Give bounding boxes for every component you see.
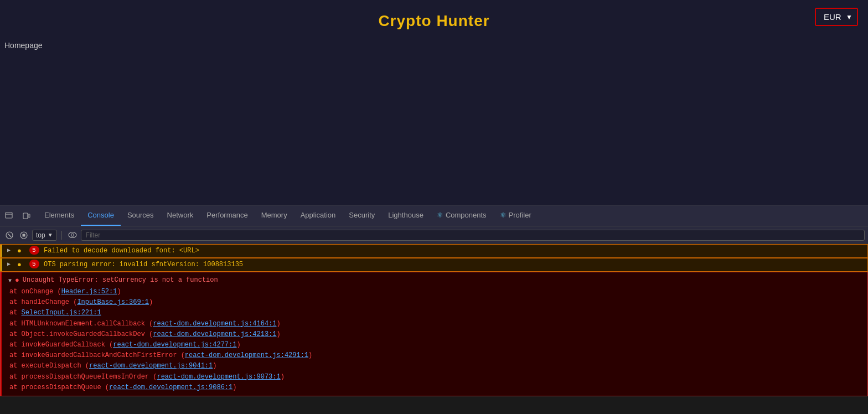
warning-icon-2: ●: [15, 260, 24, 269]
error-icon: ●: [15, 276, 19, 284]
devtools-panel: Elements Console Sources Network Perform…: [0, 205, 868, 414]
warning-count-2: 5: [29, 260, 39, 268]
stack-line-10: at processDispatchQueue (react-dom.devel…: [5, 382, 865, 393]
stack-link-3[interactable]: SelectInput.js:221:1: [22, 309, 101, 317]
app-area: Crypto Hunter Homepage USD EUR GBP INR ▼: [0, 0, 868, 205]
stack-line-5: at Object.invokeGuardedCallbackDev (reac…: [5, 329, 865, 340]
stack-line-7: at invokeGuardedCallbackAndCatchFirstErr…: [5, 350, 865, 361]
stack-line-6: at invokeGuardedCallback (react-dom.deve…: [5, 340, 865, 350]
app-title: Crypto Hunter: [378, 12, 489, 30]
svg-point-8: [69, 232, 76, 238]
warning-msg-text-2: OTS parsing error: invalid sfntVersion: …: [44, 260, 865, 270]
stack-link-9[interactable]: react-dom.development.js:9073:1: [157, 373, 280, 381]
separator: [61, 231, 62, 240]
console-toolbar: top ▼: [0, 226, 868, 244]
tab-elements[interactable]: Elements: [38, 205, 81, 226]
tab-console[interactable]: Console: [81, 205, 121, 226]
svg-rect-2: [23, 213, 28, 219]
console-msg-warning-2: ▶ ● 5 OTS parsing error: invalid sfntVer…: [0, 258, 868, 272]
tab-memory[interactable]: Memory: [255, 205, 294, 226]
svg-rect-3: [28, 214, 30, 218]
homepage-link[interactable]: Homepage: [0, 39, 47, 52]
clear-console-icon[interactable]: [3, 229, 16, 241]
stack-line-3: at SelectInput.js:221:1: [5, 308, 865, 318]
svg-rect-0: [6, 213, 12, 218]
console-filter-input[interactable]: [81, 230, 865, 241]
eye-icon[interactable]: [66, 229, 79, 241]
stack-link-4[interactable]: react-dom.development.js:4164:1: [153, 320, 276, 328]
currency-select-wrapper[interactable]: USD EUR GBP INR ▼: [815, 8, 858, 26]
tab-performance[interactable]: Performance: [200, 205, 254, 226]
expand-icon-1[interactable]: ▶: [5, 246, 13, 254]
stack-link-7[interactable]: react-dom.development.js:4291:1: [185, 351, 308, 359]
devtools-toolbar: Elements Console Sources Network Perform…: [0, 205, 868, 226]
currency-select[interactable]: USD EUR GBP INR: [816, 9, 857, 25]
error-main-text: Uncaught TypeError: setCurrency is not a…: [23, 276, 218, 284]
top-context-dropdown[interactable]: top ▼: [32, 230, 57, 241]
console-messages: ▶ ● 5 Failed to decode downloaded font: …: [0, 244, 868, 414]
tab-sources[interactable]: Sources: [121, 205, 161, 226]
stack-line-1: at onChange (Header.js:52:1): [5, 287, 865, 297]
stack-line-4: at HTMLUnknownElement.callCallback (reac…: [5, 319, 865, 329]
inspect-icon[interactable]: [1, 208, 17, 224]
stack-link-10[interactable]: react-dom.development.js:9086:1: [109, 384, 232, 391]
stop-error-icon[interactable]: [18, 229, 30, 241]
console-msg-error-1: ▼ ● Uncaught TypeError: setCurrency is n…: [0, 272, 868, 396]
tab-network[interactable]: Network: [161, 205, 200, 226]
stack-line-8: at executeDispatch (react-dom.developmen…: [5, 361, 865, 371]
warning-count-1: 5: [29, 246, 39, 255]
stack-link-5[interactable]: react-dom.development.js:4213:1: [153, 330, 276, 338]
stack-link-6[interactable]: react-dom.development.js:4277:1: [113, 341, 236, 349]
console-msg-warning-1: ▶ ● 5 Failed to decode downloaded font: …: [0, 244, 868, 258]
stack-link-1[interactable]: Header.js:52:1: [61, 288, 117, 296]
svg-point-9: [71, 234, 74, 236]
tab-lighthouse[interactable]: Lighthouse: [381, 205, 430, 226]
top-label: top: [36, 231, 45, 239]
devtools-tabs: Elements Console Sources Network Perform…: [38, 205, 538, 226]
warning-icon-1: ●: [15, 246, 24, 255]
expand-icon-2[interactable]: ▶: [5, 260, 13, 268]
tab-profiler[interactable]: ⚛ Profiler: [493, 205, 538, 226]
error-header: ▼ ● Uncaught TypeError: setCurrency is n…: [5, 274, 865, 287]
error-expand-icon[interactable]: ▼: [8, 278, 12, 284]
tab-components[interactable]: ⚛ Components: [430, 205, 493, 226]
tab-security[interactable]: Security: [342, 205, 381, 226]
device-toggle-icon[interactable]: [19, 208, 34, 224]
dropdown-arrow-icon: ▼: [48, 232, 53, 238]
stack-line-2: at handleChange (InputBase.js:369:1): [5, 297, 865, 308]
stack-link-2[interactable]: InputBase.js:369:1: [77, 298, 149, 306]
stack-link-8[interactable]: react-dom.development.js:9041:1: [89, 362, 213, 370]
stack-line-9: at processDispatchQueueItemsInOrder (rea…: [5, 372, 865, 382]
tab-application[interactable]: Application: [294, 205, 343, 226]
svg-line-5: [8, 234, 11, 237]
warning-msg-text-1: Failed to decode downloaded font: <URL>: [44, 246, 865, 256]
svg-rect-7: [23, 234, 25, 236]
